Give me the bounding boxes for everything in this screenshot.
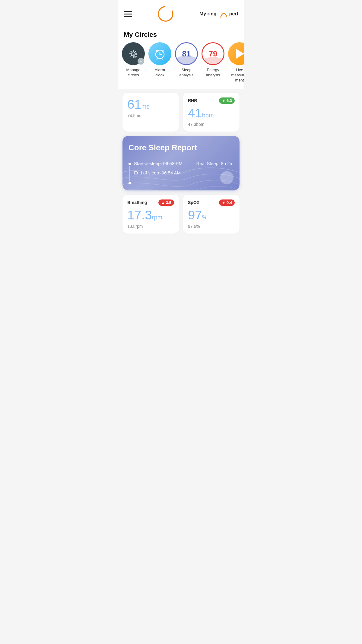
- my-ring-label: My ring: [199, 11, 217, 17]
- rhr-value: 41bpm: [188, 106, 235, 120]
- cards-container: 61ms 74.5ms RHR ▼ 6.3 41bpm 47.3bpm: [118, 89, 244, 237]
- svg-line-9: [131, 56, 132, 56]
- sleep-real-label: Real Sleep: 8h 2m: [196, 161, 233, 166]
- rhr-sub-value: 47.3bpm: [188, 122, 235, 127]
- add-circle-plus[interactable]: +: [138, 58, 144, 65]
- circle-item-sleep[interactable]: 81 Sleepanalysis: [176, 42, 197, 78]
- breathing-spo2-row: Breathing ▲ 3.5 17.3rpm 13.8rpm SpO2 ▼ 0…: [122, 195, 240, 234]
- breathing-sub-value: 13.8rpm: [127, 224, 174, 229]
- circle-item-live[interactable]: Livemeasure­ment: [229, 42, 244, 83]
- svg-line-19: [162, 59, 163, 59]
- spo2-value: 97%: [188, 208, 235, 222]
- live-measurement-label: Livemeasure­ment: [229, 68, 244, 83]
- header: My ring perf: [118, 0, 244, 25]
- sleep-start-dot: [129, 163, 131, 165]
- energy-analysis-label: Energyanalysis: [206, 68, 220, 78]
- breathing-badge: ▲ 3.5: [158, 199, 174, 206]
- rhr-title: RHR: [188, 98, 197, 103]
- energy-analysis-icon: 79: [202, 42, 224, 65]
- circles-row: + Managecircles Alarmclock 81: [118, 42, 244, 89]
- svg-line-18: [157, 59, 158, 59]
- sleep-end-label: End of sleep: 06:54 AM: [134, 170, 181, 175]
- spo2-badge: ▼ 0.4: [219, 199, 235, 206]
- hrv-card: 61ms 74.5ms: [122, 93, 179, 132]
- alarm-clock-label: Alarmclock: [155, 68, 165, 78]
- svg-line-6: [131, 51, 132, 52]
- sleep-end-dot: [129, 182, 131, 184]
- breathing-value: 17.3rpm: [127, 208, 174, 222]
- spo2-title: SpO2: [188, 200, 199, 205]
- section-title: My Circles: [118, 25, 244, 42]
- spo2-badge-arrow: ▼: [222, 200, 226, 205]
- circle-item-alarm[interactable]: Alarmclock: [149, 42, 171, 78]
- logo-ring-icon: [157, 5, 175, 23]
- alarm-clock-icon: [148, 42, 171, 65]
- sleep-report-card[interactable]: Core Sleep Report Start of sleep: 06:58 …: [122, 136, 240, 190]
- sleep-start-label: Start of sleep: 06:58 PM: [134, 161, 183, 166]
- play-icon: [236, 49, 244, 59]
- perf-arc-icon: [218, 8, 229, 19]
- svg-point-10: [133, 54, 137, 57]
- hrv-rhr-row: 61ms 74.5ms RHR ▼ 6.3 41bpm 47.3bpm: [122, 93, 240, 132]
- breathing-card: Breathing ▲ 3.5 17.3rpm 13.8rpm: [122, 195, 179, 234]
- breathing-badge-arrow: ▲: [161, 200, 165, 205]
- svg-line-8: [135, 51, 136, 52]
- gear-icon: [127, 47, 140, 60]
- live-measurement-icon: [228, 42, 244, 65]
- svg-point-15: [160, 54, 160, 55]
- breathing-header: Breathing ▲ 3.5: [127, 199, 174, 206]
- rhr-card-header: RHR ▼ 6.3: [188, 97, 235, 104]
- alarm-clock-svg: [153, 47, 167, 61]
- circle-item-energy[interactable]: 79 Energyanalysis: [202, 42, 224, 78]
- header-right: My ring perf: [199, 8, 238, 19]
- spo2-sub-value: 97.6%: [188, 224, 235, 229]
- manage-circles-icon: +: [122, 42, 145, 65]
- sleep-report-title: Core Sleep Report: [129, 143, 233, 152]
- perf-label: perf: [229, 11, 238, 17]
- spo2-header: SpO2 ▼ 0.4: [188, 199, 235, 206]
- manage-circles-label: Managecircles: [126, 68, 141, 78]
- sleep-analysis-icon: 81: [175, 42, 198, 65]
- breathing-title: Breathing: [127, 200, 147, 205]
- rhr-badge: ▼ 6.3: [219, 97, 235, 104]
- circle-item-manage[interactable]: + Managecircles: [122, 42, 144, 78]
- energy-score: 79: [209, 49, 218, 59]
- hrv-sub-value: 74.5ms: [127, 113, 174, 118]
- sleep-score: 81: [182, 49, 191, 59]
- sleep-analysis-label: Sleepanalysis: [179, 68, 194, 78]
- spo2-card: SpO2 ▼ 0.4 97% 97.6%: [183, 195, 240, 234]
- rhr-badge-arrow: ▼: [222, 98, 226, 103]
- svg-point-0: [158, 7, 173, 21]
- sleep-report-arrow-button[interactable]: →: [220, 171, 233, 184]
- sleep-report-info: Start of sleep: 06:58 PM Real Sleep: 8h …: [129, 161, 233, 184]
- rhr-card: RHR ▼ 6.3 41bpm 47.3bpm: [183, 93, 240, 132]
- hrv-value: 61ms: [127, 97, 174, 111]
- menu-button[interactable]: [124, 11, 132, 17]
- arrow-right-icon: →: [224, 174, 230, 181]
